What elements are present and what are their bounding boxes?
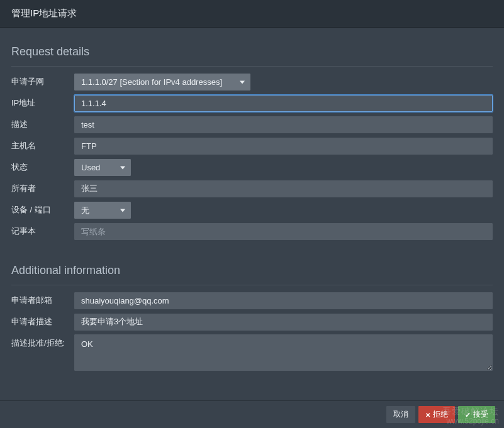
approval-desc-textarea[interactable] bbox=[74, 334, 493, 371]
row-subnet: 申请子网 1.1.1.0/27 [Section for IPv4 addres… bbox=[11, 73, 493, 91]
description-input[interactable] bbox=[74, 116, 493, 133]
label-owner: 所有者 bbox=[11, 183, 74, 194]
label-subnet: 申请子网 bbox=[11, 76, 74, 87]
owner-input[interactable] bbox=[74, 180, 493, 197]
label-requester-email: 申请者邮箱 bbox=[11, 295, 74, 306]
section-title-additional: Additional information bbox=[11, 244, 493, 285]
hostname-input[interactable] bbox=[74, 138, 493, 155]
label-approval-desc: 描述批准/拒绝: bbox=[11, 334, 74, 349]
select-wrap-state: Used bbox=[74, 159, 131, 176]
label-state: 状态 bbox=[11, 162, 74, 173]
cancel-button[interactable]: 取消 bbox=[386, 406, 415, 423]
row-note: 记事本 bbox=[11, 222, 493, 240]
label-device-port: 设备 / 端口 bbox=[11, 204, 74, 216]
requester-desc-input[interactable] bbox=[74, 314, 493, 331]
section-title-request: Request details bbox=[11, 34, 493, 67]
label-description: 描述 bbox=[11, 119, 74, 130]
row-hostname: 主机名 bbox=[11, 137, 493, 155]
select-wrap-subnet: 1.1.1.0/27 [Section for IPv4 addresses] bbox=[74, 74, 250, 91]
accept-button-label: 接受 bbox=[473, 409, 488, 420]
dialog-footer: 取消 拒绝 接受 bbox=[0, 400, 504, 428]
dialog-header: 管理IP地址请求 bbox=[0, 0, 504, 28]
row-requester-desc: 申请者描述 bbox=[11, 313, 493, 331]
row-ip: IP地址 bbox=[11, 94, 493, 112]
label-hostname: 主机名 bbox=[11, 140, 74, 151]
label-ip: IP地址 bbox=[11, 97, 74, 109]
reject-button-label: 拒绝 bbox=[433, 409, 448, 420]
accept-button[interactable]: 接受 bbox=[458, 406, 495, 423]
state-select[interactable]: Used bbox=[74, 159, 131, 176]
note-input[interactable] bbox=[74, 223, 493, 240]
row-state: 状态 Used bbox=[11, 158, 493, 176]
subnet-select[interactable]: 1.1.1.0/27 [Section for IPv4 addresses] bbox=[74, 74, 250, 91]
label-requester-desc: 申请者描述 bbox=[11, 316, 74, 327]
ip-input[interactable] bbox=[74, 95, 493, 112]
reject-x-icon bbox=[425, 410, 430, 419]
requester-email-input[interactable] bbox=[74, 292, 493, 309]
row-description: 描述 bbox=[11, 116, 493, 133]
dialog-title: 管理IP地址请求 bbox=[11, 8, 77, 18]
row-approval-desc: 描述批准/拒绝: bbox=[11, 334, 493, 373]
reject-button[interactable]: 拒绝 bbox=[418, 406, 455, 423]
select-wrap-device: 无 bbox=[74, 202, 131, 219]
row-device-port: 设备 / 端口 无 bbox=[11, 201, 493, 219]
device-port-select[interactable]: 无 bbox=[74, 202, 131, 219]
cancel-button-label: 取消 bbox=[393, 409, 408, 420]
dialog-body: Request details 申请子网 1.1.1.0/27 [Section… bbox=[0, 28, 504, 373]
row-owner: 所有者 bbox=[11, 180, 493, 197]
label-note: 记事本 bbox=[11, 226, 74, 237]
row-requester-email: 申请者邮箱 bbox=[11, 292, 493, 309]
accept-check-icon bbox=[465, 410, 471, 419]
